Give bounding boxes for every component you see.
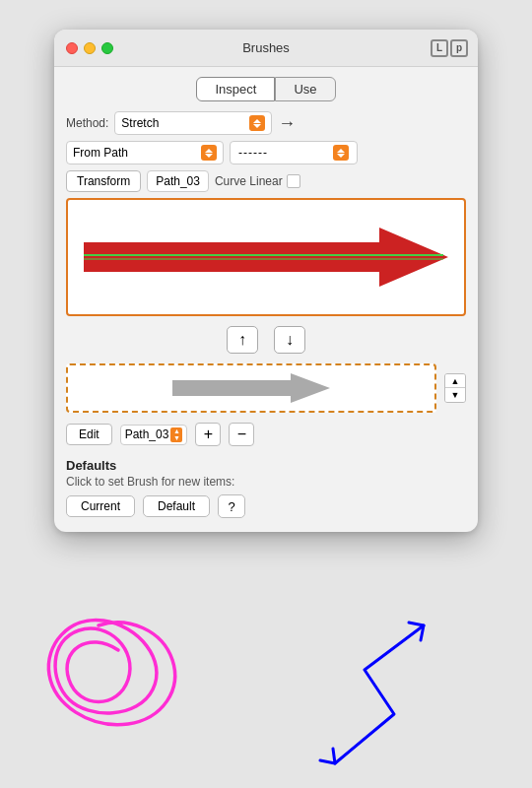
from-path-row: From Path ------ <box>66 141 466 164</box>
defaults-section: Defaults Click to set Brush for new item… <box>66 458 466 518</box>
transform-button[interactable]: Transform <box>66 170 141 192</box>
remove-path-button[interactable]: − <box>229 423 254 446</box>
lp-icon-group: L p <box>431 39 468 57</box>
path-stepper-up: ▲ <box>171 428 181 434</box>
method-row: Method: Stretch → <box>66 111 466 135</box>
path-select-text: Path_03 <box>125 427 169 441</box>
tab-inspect[interactable]: Inspect <box>196 77 275 101</box>
dashed-preview-row: ▲ ▼ <box>66 363 466 413</box>
close-button[interactable] <box>66 42 78 54</box>
from-path-select[interactable]: From Path <box>66 141 224 164</box>
method-label: Method: <box>66 116 108 130</box>
current-default-button[interactable]: Current <box>66 495 135 517</box>
method-value: Stretch <box>121 116 159 130</box>
dash-value: ------ <box>238 146 268 160</box>
window-body: Inspect Use Method: Stretch → From Path … <box>54 67 478 532</box>
stepper-down-button[interactable]: ▼ <box>445 388 465 402</box>
path-orange-stepper: ▲ ▼ <box>170 427 182 442</box>
stepper-up-button[interactable]: ▲ <box>445 374 465 388</box>
window-title: Brushes <box>242 40 290 55</box>
dashed-preview-box <box>66 363 436 413</box>
titlebar: Brushes L p <box>54 30 478 67</box>
small-arrow-svg <box>163 368 340 408</box>
default-button[interactable]: Default <box>143 495 210 517</box>
defaults-description: Click to set Brush for new items: <box>66 475 466 489</box>
minimize-button[interactable] <box>84 42 96 54</box>
edit-row: Edit Path_03 ▲ ▼ + − <box>66 423 466 446</box>
path-dropdown[interactable]: Path_03 ▲ ▼ <box>120 425 188 445</box>
canvas-shapes <box>0 571 532 788</box>
tabs-row: Inspect Use <box>66 77 466 101</box>
maximize-button[interactable] <box>101 42 113 54</box>
path-stepper-down: ▼ <box>171 435 181 441</box>
curve-linear-checkbox[interactable] <box>287 174 300 188</box>
svg-marker-3 <box>172 373 330 403</box>
move-up-button[interactable]: ↑ <box>227 326 258 354</box>
dash-arrow-icon <box>333 145 349 161</box>
tab-use[interactable]: Use <box>275 77 335 101</box>
transform-row: Transform Path_03 Curve Linear <box>66 170 466 192</box>
help-button[interactable]: ? <box>218 494 245 518</box>
defaults-title: Defaults <box>66 458 466 473</box>
svg-marker-0 <box>84 228 448 287</box>
brush-preview <box>66 198 466 316</box>
brushes-window: Brushes L p Inspect Use Method: Stretch … <box>54 30 478 532</box>
l-icon: L <box>431 39 448 57</box>
move-down-button[interactable]: ↓ <box>274 326 305 354</box>
preview-svg <box>74 203 458 311</box>
reorder-buttons: ↑ ↓ <box>66 326 466 354</box>
from-path-arrow-icon <box>201 145 217 161</box>
defaults-buttons: Current Default ? <box>66 494 466 518</box>
path-name-label: Path_03 <box>147 170 209 192</box>
p-icon: p <box>450 39 468 57</box>
dash-select[interactable]: ------ <box>230 141 358 164</box>
curve-linear-text: Curve Linear <box>215 174 283 188</box>
edit-button[interactable]: Edit <box>66 424 112 445</box>
method-select[interactable]: Stretch <box>114 111 272 135</box>
traffic-lights <box>66 42 113 54</box>
method-arrow-icon <box>249 115 265 131</box>
curve-linear-label: Curve Linear <box>215 174 300 188</box>
arrow-right-icon: → <box>278 113 296 134</box>
add-path-button[interactable]: + <box>195 423 221 446</box>
from-path-value: From Path <box>73 146 128 160</box>
preview-stepper[interactable]: ▲ ▼ <box>444 373 466 403</box>
